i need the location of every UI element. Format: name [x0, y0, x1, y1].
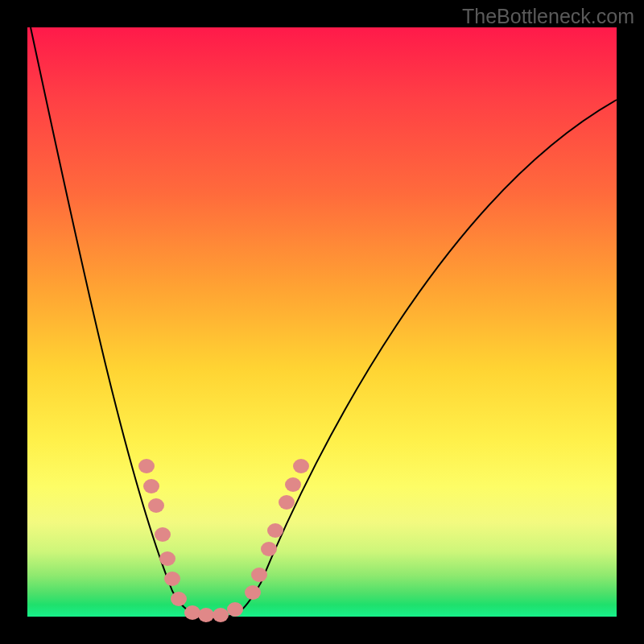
watermark-label: TheBottleneck.com — [462, 5, 634, 28]
data-point-marker — [171, 592, 187, 606]
chart-svg — [27, 27, 617, 617]
data-point-marker — [227, 602, 243, 617]
data-point-marker — [251, 568, 267, 582]
data-point-marker — [184, 605, 200, 620]
data-point-marker — [213, 608, 229, 622]
data-point-marker — [267, 523, 283, 538]
data-point-marker — [285, 477, 301, 492]
data-point-marker — [155, 527, 171, 542]
data-point-marker — [293, 459, 309, 473]
data-point-marker — [245, 585, 261, 600]
bottleneck-curve — [31, 27, 617, 617]
plot-area — [27, 27, 617, 617]
data-point-marker — [279, 495, 295, 510]
data-point-marker — [148, 498, 164, 513]
marker-group — [138, 459, 309, 622]
outer-frame: TheBottleneck.com — [0, 0, 644, 644]
data-point-marker — [261, 542, 277, 556]
data-point-marker — [164, 572, 180, 586]
data-point-marker — [159, 551, 175, 566]
data-point-marker — [143, 479, 159, 493]
data-point-marker — [138, 459, 155, 473]
data-point-marker — [198, 608, 214, 622]
